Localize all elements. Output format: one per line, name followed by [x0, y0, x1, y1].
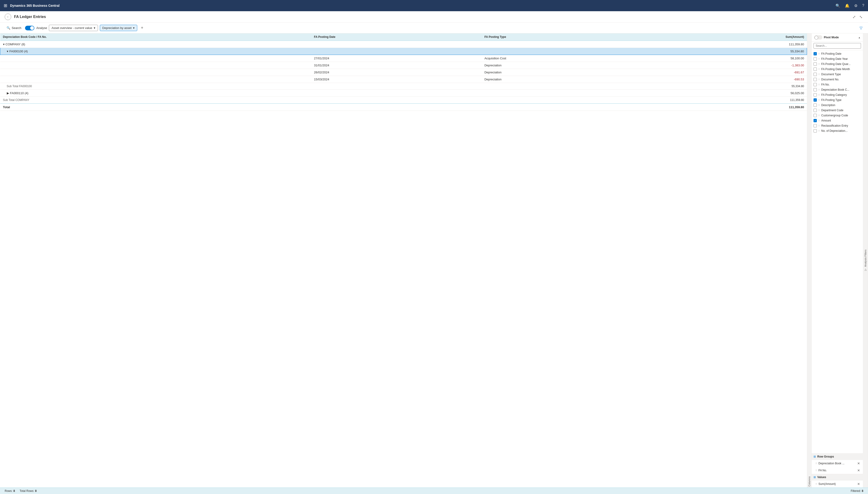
col-header-posting-date[interactable]: FA Posting Date [311, 33, 482, 41]
tab-asset-overview[interactable]: Asset overview - current value ▾ [49, 25, 98, 31]
scroll-up-icon[interactable]: ▲ [858, 36, 861, 39]
field-item[interactable]: ⠿ Customergroup Code [812, 113, 863, 118]
collapse-icon[interactable]: ▾ [7, 50, 8, 53]
filter-button[interactable]: ▽ [858, 25, 863, 31]
table-row[interactable]: Sub Total COMPANY 111,359.80 [0, 97, 807, 104]
remove-value-button[interactable]: ✕ [856, 481, 861, 486]
field-item[interactable]: ⠿ Description [812, 102, 863, 108]
field-checkbox[interactable]: ✓ [813, 98, 817, 102]
amount-cell: -691.67 [655, 69, 807, 76]
grid-icon[interactable]: ⊞ [4, 3, 7, 8]
field-item[interactable]: ⠿ Document Type [812, 72, 863, 77]
field-checkbox[interactable] [813, 93, 817, 96]
tab-depreciation-by-asset[interactable]: Depreciation by asset ▾ [100, 25, 137, 31]
col-header-fa-code[interactable]: Depreciation Book Code / FA No. [0, 33, 312, 41]
row-group-item: ⠿ Depreciation Book ... ✕ [812, 460, 863, 467]
field-name: FA Posting Date Month [821, 68, 850, 71]
table-row[interactable]: 27/01/2024 Acquisition Cost 58,100.00 [0, 55, 807, 62]
table-row[interactable]: 15/03/2024 Depreciation -690.53 [0, 76, 807, 83]
table-row[interactable]: ▾FA000100 (4) 55,334.80 [0, 48, 807, 55]
value-item-name: Sum(Amount) [818, 482, 855, 486]
field-checkbox[interactable] [813, 62, 817, 66]
expand-icon[interactable]: ⤢ [852, 14, 856, 20]
col-header-amount[interactable]: Sum(Amount) [655, 33, 807, 41]
drag-handle: ⠿ [818, 58, 820, 60]
value-item: ⠿ Sum(Amount) ✕ [812, 480, 863, 488]
table-row[interactable]: Sub Total FA000100 55,334.80 [0, 83, 807, 90]
field-checkbox[interactable]: ✓ [813, 52, 817, 55]
field-checkbox[interactable] [813, 109, 817, 112]
table-row[interactable]: 26/02/2024 Depreciation -691.67 [0, 69, 807, 76]
bell-icon[interactable]: 🔔 [845, 3, 850, 8]
search-button[interactable]: 🔍 Search [5, 25, 23, 31]
field-item[interactable]: ⠿ Document No. [812, 77, 863, 82]
analysis-filters-tab[interactable]: ▽ Analysis Filters [863, 33, 868, 488]
field-checkbox[interactable] [813, 57, 817, 60]
field-checkbox[interactable] [813, 129, 817, 133]
field-name: Department Code [821, 109, 844, 112]
values-list: ⠿ Sum(Amount) ✕ [812, 480, 863, 488]
group-item-name: FA No. [818, 469, 855, 472]
posting-date-cell [311, 41, 482, 48]
field-checkbox[interactable] [813, 114, 817, 117]
search-label: Search [12, 26, 21, 30]
row-groups-icon: ⊞ [813, 455, 816, 458]
field-item[interactable]: ⠿ FA No. [812, 82, 863, 87]
page-header-actions: ⤢ ⤡ [852, 14, 863, 20]
field-name: Amount [821, 119, 831, 122]
columns-tab[interactable]: Columns [807, 33, 811, 488]
fields-search-input[interactable] [813, 43, 861, 49]
drag-handle: ⠿ [818, 94, 820, 96]
topbar: ⊞ Dynamics 365 Business Central 🔍 🔔 ⚙ ? [0, 0, 868, 11]
add-tab-button[interactable]: + [139, 24, 146, 31]
help-icon[interactable]: ? [862, 3, 864, 8]
back-button[interactable]: ← [5, 14, 11, 20]
field-item[interactable]: ⠿ FA Posting Category [812, 92, 863, 97]
rows-status: Rows: 8 [5, 489, 15, 493]
field-item[interactable]: ⠿ Depreciation Book C... [812, 87, 863, 92]
table-row[interactable]: 31/01/2024 Depreciation -1,383.00 [0, 62, 807, 69]
collapse-icon[interactable]: ▾ [3, 42, 5, 46]
field-checkbox[interactable] [813, 78, 817, 81]
drag-handle: ⠿ [818, 83, 820, 86]
analyse-toggle[interactable] [25, 26, 34, 31]
pivot-toggle: Pivot Mode [814, 35, 839, 39]
field-checkbox[interactable] [813, 68, 817, 71]
field-item[interactable]: ⠿ FA Posting Date Year [812, 56, 863, 61]
field-item[interactable]: ✓ ⠿ FA Posting Date [812, 51, 863, 56]
table-header-row: Depreciation Book Code / FA No. FA Posti… [0, 33, 807, 41]
table-row[interactable]: ▾COMPANY (8) 111,359.80 [0, 41, 807, 48]
field-item[interactable]: ⠿ FA Posting Date Month [812, 66, 863, 72]
data-table: Depreciation Book Code / FA No. FA Posti… [0, 33, 807, 111]
shrink-icon[interactable]: ⤡ [858, 14, 863, 20]
table-area: Depreciation Book Code / FA No. FA Posti… [0, 33, 807, 488]
remove-group-button[interactable]: ✕ [856, 468, 861, 473]
field-item[interactable]: ✓ ⠿ FA Posting Type [812, 97, 863, 102]
field-checkbox[interactable] [813, 88, 817, 91]
posting-type-cell: Depreciation [482, 62, 654, 69]
drag-handle: ⠿ [818, 99, 820, 101]
pivot-mode-toggle[interactable] [814, 35, 823, 39]
drag-handle: ⠿ [818, 53, 820, 55]
field-checkbox[interactable] [813, 124, 817, 127]
expand-icon[interactable]: ▶ [7, 91, 9, 95]
table-row[interactable]: ▶FA000110 (4) 56,025.00 [0, 90, 807, 97]
drag-handle: ⠿ [818, 104, 820, 107]
field-item[interactable]: ✓ ⠿ Amount [812, 118, 863, 123]
field-checkbox[interactable] [813, 83, 817, 86]
columns-tab-label: Columns [808, 476, 811, 487]
posting-date-cell [311, 48, 482, 55]
field-item[interactable]: ⠿ No. of Depreciation... [812, 128, 863, 133]
settings-icon[interactable]: ⚙ [854, 3, 857, 8]
field-checkbox[interactable] [813, 103, 817, 107]
field-checkbox[interactable] [813, 73, 817, 76]
field-item[interactable]: ⠿ Reclassification Entry [812, 123, 863, 128]
search-icon[interactable]: 🔍 [835, 3, 840, 8]
field-item[interactable]: ⠿ FA Posting Date Quar... [812, 61, 863, 66]
remove-group-button[interactable]: ✕ [856, 461, 861, 466]
field-checkbox[interactable]: ✓ [813, 119, 817, 122]
field-item[interactable]: ⠿ Department Code [812, 108, 863, 113]
col-header-posting-type[interactable]: FA Posting Type [482, 33, 654, 41]
table-row[interactable]: Total 111,359.80 [0, 103, 807, 111]
tab1-label: Asset overview - current value [52, 26, 92, 30]
